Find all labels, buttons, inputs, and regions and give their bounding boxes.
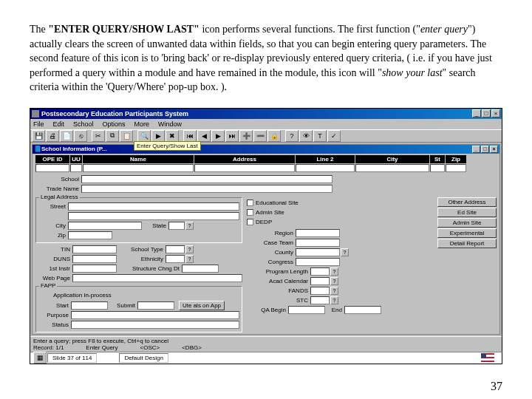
document-paragraph: The "ENTER QUERY/SHOW LAST" icon perform… [0,0,532,102]
ethnicity-label: Ethnicity [117,256,166,262]
end-input[interactable] [344,306,381,314]
menu-edit[interactable]: Edit [53,120,65,128]
fands-lookup[interactable]: ? [330,287,338,295]
purpose-label: Purpose [38,312,71,318]
detail-report-button[interactable]: Detail Report [437,239,497,248]
status-input[interactable] [71,321,239,329]
school-type-lookup[interactable]: ? [185,245,194,253]
menu-file[interactable]: File [33,120,44,128]
ed-site-button[interactable]: Ed Site [437,208,497,217]
help-icon[interactable]: ? [285,130,299,142]
enter-query-icon[interactable]: 🔍 Enter Query/Show Last [137,130,151,142]
print-setup-icon[interactable]: 📄 [60,130,73,142]
program-length-lookup[interactable]: ? [330,267,338,276]
congress-input[interactable] [296,258,340,266]
first-record-icon[interactable]: ⏮ [183,130,197,142]
bottom-bar: ▦ Slide 37 of 114 Default Design [30,352,502,364]
experimental-button[interactable]: Experimental [437,228,497,238]
street-input[interactable] [68,202,239,211]
header-line2: Line 2 [296,155,355,163]
end-label: End [325,307,344,313]
cancel-query-icon[interactable]: ✖ [166,130,179,142]
school-type-input[interactable] [166,245,185,253]
minimize-button[interactable]: _ [472,109,481,117]
insert-record-icon[interactable]: ➕ [239,130,253,142]
other-address-button[interactable]: Other Address [437,197,497,207]
print-icon[interactable]: 🖨 [46,130,59,142]
educational-site-checkbox[interactable] [247,200,253,206]
qa-begin-label: QA Begin [247,307,288,313]
ute-alson-app-button[interactable]: Ute als on App [179,301,225,310]
check-icon[interactable]: ✓ [327,130,341,142]
next-record-icon[interactable]: ▶ [211,130,225,142]
execute-query-icon[interactable]: ▶ [151,130,165,142]
fands-input[interactable] [310,287,330,295]
sub-close-button[interactable]: × [490,146,498,153]
zip-input[interactable] [446,164,466,172]
ethnicity-input[interactable] [166,255,185,263]
county-input[interactable] [296,248,340,256]
record-counter: Record: 1/1 [33,344,64,351]
menu-school[interactable]: School [73,120,94,128]
case-team-input[interactable] [296,239,340,247]
menu-window[interactable]: Window [158,120,182,128]
region-input[interactable] [296,229,340,237]
menu-more[interactable]: More [134,120,150,128]
submit-input[interactable] [137,301,174,310]
purpose-input[interactable] [71,311,239,319]
text-icon[interactable]: T [313,130,327,142]
qa-begin-input[interactable] [288,306,325,314]
eye-icon[interactable]: 👁 [299,130,313,142]
trade-name-input[interactable] [81,185,332,193]
la-zip-input[interactable] [68,231,112,239]
remove-record-icon[interactable]: ➖ [253,130,267,142]
program-length-input[interactable] [310,267,330,276]
web-page-input[interactable] [72,274,242,282]
street2-input[interactable] [68,212,239,220]
form-area: OPE ID UU Name Address Line 2 City St Zi… [33,154,499,334]
status-message: Enter a query; press F8 to execute, Ctrl… [33,338,499,344]
uu-input[interactable] [70,164,82,172]
sub-minimize-button[interactable]: _ [472,146,480,153]
last-record-icon[interactable]: ⏭ [225,130,239,142]
fapp-legend: FAPP [39,282,57,289]
la-city-input[interactable] [68,222,142,230]
acad-calendar-lookup[interactable]: ? [330,277,338,285]
paste-icon[interactable]: 📋 [120,130,133,142]
admin-site-button[interactable]: Admin Site [437,218,497,228]
duns-input[interactable] [72,255,117,263]
cut-icon[interactable]: ✂ [92,130,105,142]
copy-icon[interactable]: ⧉ [106,130,119,142]
lock-record-icon[interactable]: 🔒 [267,130,281,142]
admin-site-checkbox[interactable] [247,209,253,216]
menu-options[interactable]: Options [103,120,126,128]
st-input[interactable] [430,164,445,172]
save-icon[interactable]: 💾 [32,130,45,142]
header-st: St [430,155,445,163]
school-input[interactable] [81,175,332,183]
state-lookup-button[interactable]: ? [185,222,194,230]
county-lookup[interactable]: ? [341,248,349,256]
sub-maximize-button[interactable]: □ [481,146,489,153]
line2-input[interactable] [296,164,355,172]
web-page-label: Web Page [35,275,72,282]
dedp-checkbox[interactable] [247,219,253,225]
exit-icon[interactable]: ⎋ [74,130,87,142]
ethnicity-lookup[interactable]: ? [185,255,194,263]
prev-record-icon[interactable]: ◀ [197,130,211,142]
la-state-input[interactable] [168,222,185,230]
name-input[interactable] [83,164,194,172]
acad-calendar-input[interactable] [310,277,330,285]
structure-chng-input[interactable] [182,265,219,273]
stc-lookup[interactable]: ? [330,296,338,304]
view-icon[interactable]: ▦ [33,352,47,364]
city-input[interactable] [355,164,429,172]
first-instr-input[interactable] [72,265,117,273]
maximize-button[interactable]: □ [482,109,491,117]
close-button[interactable]: × [491,109,500,117]
ope-id-input[interactable] [35,164,69,172]
tin-input[interactable] [72,245,117,253]
address-input[interactable] [194,164,295,172]
start-input[interactable] [71,301,108,310]
stc-input[interactable] [310,296,330,304]
